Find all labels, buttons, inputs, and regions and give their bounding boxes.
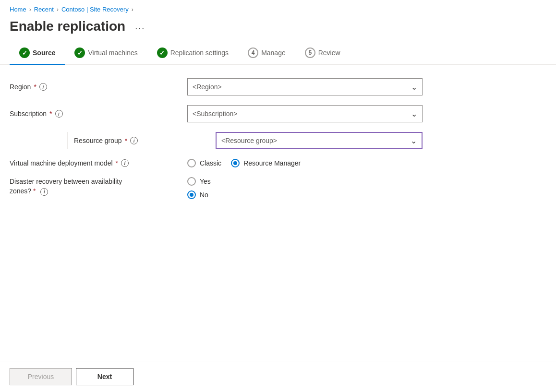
step-manage-icon: 4 [248,48,258,58]
subscription-label: Subscription * i [10,110,187,118]
region-required: * [34,83,36,91]
region-row: Region * i <Region> ⌄ [10,78,423,95]
deployment-resource-manager-radio[interactable] [231,159,240,167]
region-select[interactable]: <Region> ⌄ [187,78,423,95]
step-review-icon: 5 [305,48,315,58]
subscription-select[interactable]: <Subscription> ⌄ [187,105,423,122]
form-area: Region * i <Region> ⌄ Subscription * i <… [0,65,432,218]
step-rep-checkmark: ✓ [159,49,165,57]
step-source[interactable]: ✓ Source [10,44,65,65]
deployment-resource-manager-option[interactable]: Resource Manager [231,159,301,167]
subscription-info-icon[interactable]: i [55,110,63,118]
rg-info-icon[interactable]: i [130,137,138,144]
breadcrumb-home[interactable]: Home [10,6,26,13]
region-control: <Region> ⌄ [187,78,423,95]
deployment-model-info-icon[interactable]: i [121,159,129,167]
step-manage-number: 4 [252,49,255,56]
step-source-label: Source [33,49,55,57]
disaster-recovery-yes-option[interactable]: Yes [187,177,211,186]
subscription-control: <Subscription> ⌄ [187,105,423,122]
step-replication-settings[interactable]: ✓ Replication settings [147,44,238,64]
step-review-label: Review [318,49,340,57]
page-title: Enable replication [10,19,125,34]
step-rep-icon: ✓ [157,48,168,58]
disaster-recovery-label: Disaster recovery between availability z… [10,177,187,196]
step-vm-checkmark: ✓ [77,49,83,57]
rg-control: <Resource group> ⌄ [216,132,423,149]
breadcrumb-sep-3: › [132,6,133,13]
rg-label-text: Resource group [74,137,122,144]
subscription-row: Subscription * i <Subscription> ⌄ [10,105,423,122]
rg-placeholder: <Resource group> [221,137,277,144]
deployment-model-label: Virtual machine deployment model * i [10,159,187,167]
rg-label: Resource group * i [74,137,216,144]
deployment-resource-manager-label: Resource Manager [243,159,301,167]
breadcrumb: Home › Recent › Contoso | Site Recovery … [0,0,556,15]
disaster-recovery-no-radio[interactable] [187,190,196,199]
step-source-checkmark: ✓ [22,49,27,57]
deployment-model-row: Virtual machine deployment model * i Cla… [10,159,423,167]
region-placeholder: <Region> [193,83,222,91]
deployment-model-options: Classic Resource Manager [187,159,423,167]
region-label-text: Region [10,83,31,91]
deployment-classic-option[interactable]: Classic [187,159,221,167]
disaster-recovery-line1: Disaster recovery between availability [10,178,122,185]
subscription-placeholder: <Subscription> [193,110,237,118]
region-label: Region * i [10,83,187,91]
breadcrumb-sep-2: › [57,6,59,13]
deployment-model-label-text: Virtual machine deployment model [10,159,113,167]
breadcrumb-site-recovery[interactable]: Contoso | Site Recovery [61,6,129,13]
disaster-recovery-yes-radio[interactable] [187,177,196,186]
resource-group-row: Resource group * i <Resource group> ⌄ [10,132,423,149]
disaster-recovery-yes-label: Yes [200,178,211,185]
disaster-recovery-label-text: Disaster recovery between availability z… [10,177,187,196]
step-manage[interactable]: 4 Manage [238,44,295,64]
disaster-recovery-info-icon[interactable]: i [40,188,48,196]
step-review[interactable]: 5 Review [295,44,350,64]
disaster-recovery-line2: zones? * i [10,187,48,195]
page-header: Enable replication ... [0,15,556,44]
region-info-icon[interactable]: i [39,83,47,91]
breadcrumb-sep-1: › [29,6,31,13]
disaster-recovery-no-option[interactable]: No [187,190,211,199]
step-virtual-machines[interactable]: ✓ Virtual machines [65,44,147,64]
rg-select[interactable]: <Resource group> ⌄ [216,132,423,149]
subscription-chevron-icon: ⌄ [411,109,417,119]
step-rep-label: Replication settings [170,49,229,57]
deployment-classic-label: Classic [200,159,221,167]
region-chevron-icon: ⌄ [411,83,417,92]
rg-indent-line [67,132,68,149]
disaster-recovery-row: Disaster recovery between availability z… [10,177,423,199]
rg-required: * [125,137,127,144]
deployment-classic-radio[interactable] [187,159,196,167]
subscription-label-text: Subscription [10,110,47,118]
step-review-number: 5 [308,49,312,56]
disaster-recovery-no-label: No [200,191,208,199]
step-vm-label: Virtual machines [88,49,137,57]
step-source-icon: ✓ [19,48,30,58]
step-vm-icon: ✓ [74,48,85,58]
disaster-recovery-options: Yes No [187,177,211,199]
step-manage-label: Manage [261,49,286,57]
deployment-model-required: * [116,159,118,167]
wizard-steps: ✓ Source ✓ Virtual machines ✓ Replicatio… [0,44,556,65]
disaster-recovery-required: * [33,187,36,195]
ellipsis-button[interactable]: ... [131,20,149,34]
breadcrumb-recent[interactable]: Recent [34,6,54,13]
rg-chevron-icon: ⌄ [411,136,417,145]
subscription-required: * [49,110,52,118]
